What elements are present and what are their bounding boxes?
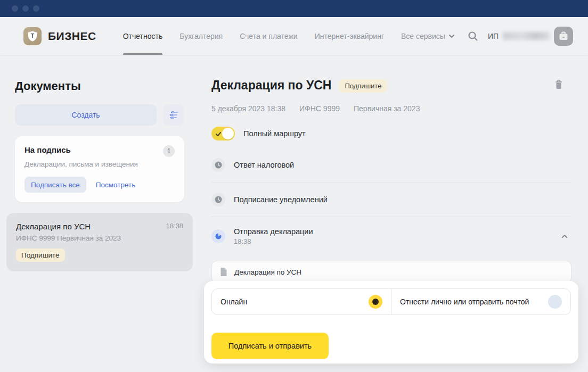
full-route-label: Полный маршрут: [243, 129, 306, 138]
documents-sidebar: Документы Создать На подпись 1 Деклараци…: [6, 55, 193, 271]
to-sign-card[interactable]: На подпись 1 Декларации, письма и извеще…: [15, 136, 184, 202]
route-timeline: Ответ налоговой Подписание уведомлений О…: [211, 148, 571, 255]
profile-prefix: ИП: [488, 32, 499, 40]
filter-button[interactable]: [163, 104, 184, 126]
sign-all-button[interactable]: Подписать все: [24, 177, 86, 193]
full-route-toggle[interactable]: [211, 127, 235, 140]
meta-kind: Первичная за 2023: [354, 104, 420, 113]
window-control-dot[interactable]: [33, 5, 39, 12]
option-online-label: Онлайн: [220, 297, 247, 306]
page-title: Декларация по УСН: [211, 78, 331, 93]
timeline-step-label: Подписание уведомлений: [234, 195, 328, 204]
radio-selected-icon[interactable]: [369, 295, 382, 309]
meta-ifns: ИФНС 9999: [299, 104, 340, 113]
delete-button[interactable]: [552, 79, 565, 92]
to-sign-actions: Подписать все Посмотреть: [24, 177, 175, 193]
nav-item-accounts-payments[interactable]: Счета и платежи: [240, 17, 298, 55]
sidebar-title: Документы: [15, 79, 184, 93]
window-control-dot[interactable]: [12, 5, 18, 12]
nav-item-reporting[interactable]: Отчетность: [123, 17, 163, 55]
sign-and-send-button[interactable]: Подписать и отправить: [211, 333, 329, 359]
sidebar-actions: Создать: [15, 104, 184, 126]
header-right: ИП: [467, 27, 573, 46]
clock-icon: [211, 158, 225, 172]
option-online[interactable]: Онлайн: [212, 289, 391, 315]
chevron-down-icon: [448, 33, 455, 39]
declaration-item-header: Декларация по УСН 18:38: [16, 222, 183, 231]
to-sign-title: На подпись: [24, 145, 71, 154]
app-header: Т БИЗНЕС Отчетность Бухгалтерия Счета и …: [0, 17, 588, 55]
send-method-panel: Онлайн Отнести лично или отправить почто…: [204, 281, 578, 363]
to-sign-card-header: На подпись 1: [24, 145, 175, 157]
trash-icon: [553, 79, 564, 90]
toggle-knob: [222, 128, 234, 139]
view-button[interactable]: Посмотреть: [96, 181, 135, 189]
nav-item-internet-acquiring[interactable]: Интернет-эквайринг: [315, 17, 384, 55]
chevron-up-icon[interactable]: [561, 233, 568, 240]
timeline-step-tax-response[interactable]: Ответ налоговой: [211, 148, 571, 183]
clock-icon: [211, 193, 225, 206]
create-button[interactable]: Создать: [15, 104, 157, 126]
timeline-step-send-declaration[interactable]: Отправка декларации 18:38: [211, 217, 571, 255]
timeline-step-label: Ответ налоговой: [234, 161, 294, 169]
profile-menu[interactable]: ИП: [488, 27, 573, 46]
declaration-list-item[interactable]: Декларация по УСН 18:38 ИФНС 9999 Первич…: [6, 213, 193, 271]
nav-item-all-services[interactable]: Все сервисы: [401, 17, 455, 55]
t-bank-logo-icon: Т: [23, 27, 42, 45]
timeline-step-sign-notifications[interactable]: Подписание уведомлений: [211, 183, 571, 217]
timeline-step-time: 18:38: [234, 237, 313, 245]
check-icon: [215, 130, 222, 139]
window-titlebar: [0, 0, 588, 17]
main-nav: Отчетность Бухгалтерия Счета и платежи И…: [123, 17, 455, 55]
svg-text:Т: Т: [31, 32, 34, 38]
declaration-item-subtitle: ИФНС 9999 Первичная за 2023: [16, 234, 183, 242]
declaration-detail: Декларация по УСН Подпишите 5 декабря 20…: [211, 55, 571, 283]
file-icon: [219, 267, 228, 277]
to-sign-count-badge: 1: [163, 145, 175, 157]
brand-logo[interactable]: Т БИЗНЕС: [23, 27, 96, 45]
declaration-item-title: Декларация по УСН: [16, 222, 91, 231]
declaration-meta: 5 декабря 2023 18:38 ИФНС 9999 Первичная…: [211, 104, 571, 113]
filter-sliders-icon: [168, 109, 179, 121]
send-method-options: Онлайн Отнести лично или отправить почто…: [211, 288, 571, 315]
radio-unselected-icon[interactable]: [548, 295, 562, 309]
attached-document[interactable]: Декларация по УСН: [211, 261, 571, 283]
option-in-person-or-mail[interactable]: Отнести лично или отправить почтой: [391, 289, 570, 315]
detail-title-row: Декларация по УСН Подпишите: [211, 78, 571, 93]
full-route-toggle-row: Полный маршрут: [211, 127, 571, 140]
progress-pie-icon: [211, 229, 225, 243]
nav-item-accounting[interactable]: Бухгалтерия: [179, 17, 223, 55]
to-sign-subtitle: Декларации, письма и извещения: [24, 160, 175, 168]
brand-name: БИЗНЕС: [48, 30, 96, 43]
profile-name-redacted: [503, 32, 550, 40]
attached-document-name: Декларация по УСН: [234, 268, 301, 276]
timeline-step-text: Отправка декларации 18:38: [234, 227, 313, 245]
window-control-dot[interactable]: [22, 5, 29, 12]
timeline-step-label: Отправка декларации: [234, 227, 313, 236]
briefcase-avatar-icon[interactable]: [554, 27, 573, 46]
sign-required-badge: Подпишите: [16, 249, 65, 262]
nav-item-label: Все сервисы: [401, 32, 445, 40]
meta-datetime: 5 декабря 2023 18:38: [211, 104, 285, 113]
declaration-item-time: 18:38: [166, 222, 183, 230]
option-in-person-label: Отнести лично или отправить почтой: [400, 297, 529, 306]
sign-required-badge: Подпишите: [339, 79, 387, 93]
search-icon[interactable]: [467, 30, 479, 43]
